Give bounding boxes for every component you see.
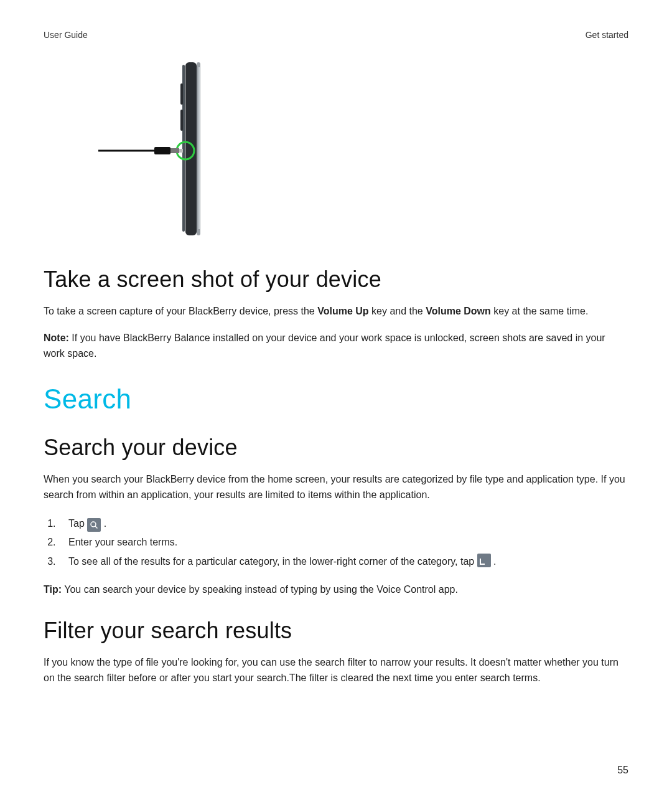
expand-category-icon: [477, 554, 491, 567]
svg-rect-8: [154, 147, 170, 154]
step-3: To see all of the results for a particul…: [58, 552, 628, 571]
svg-rect-10: [179, 149, 183, 153]
heading-screenshot: Take a screen shot of your device: [44, 267, 628, 293]
header-left: User Guide: [44, 30, 88, 40]
page-number: 55: [617, 765, 628, 776]
device-side-illustration: [81, 59, 628, 242]
search-tip: Tip: You can search your device by speak…: [44, 582, 628, 598]
page-header: User Guide Get started: [44, 30, 628, 40]
svg-point-11: [91, 522, 96, 527]
document-page: User Guide Get started Take a screen sho…: [0, 0, 672, 807]
svg-line-12: [95, 526, 98, 529]
search-steps: Tap . Enter your search terms. To see al…: [44, 514, 628, 571]
step-2: Enter your search terms.: [58, 533, 628, 552]
heading-search-device: Search your device: [44, 435, 628, 461]
svg-rect-0: [185, 62, 197, 235]
volume-up-key: Volume Up: [317, 306, 368, 316]
tip-label: Tip:: [44, 584, 62, 595]
screenshot-instruction: To take a screen capture of your BlackBe…: [44, 304, 628, 319]
svg-rect-3: [198, 67, 200, 229]
header-right: Get started: [586, 30, 628, 40]
search-icon: [87, 518, 101, 532]
heading-search: Search: [44, 384, 628, 415]
filter-body: If you know the type of file you're look…: [44, 655, 628, 686]
screenshot-note: Note: If you have BlackBerry Balance ins…: [44, 331, 628, 362]
svg-rect-5: [180, 110, 183, 131]
note-label: Note:: [44, 333, 69, 343]
heading-filter-results: Filter your search results: [44, 618, 628, 644]
volume-down-key: Volume Down: [426, 306, 491, 316]
svg-rect-4: [180, 83, 183, 105]
svg-rect-9: [170, 148, 179, 153]
step-1: Tap .: [58, 514, 628, 533]
search-intro: When you search your BlackBerry device f…: [44, 472, 628, 503]
